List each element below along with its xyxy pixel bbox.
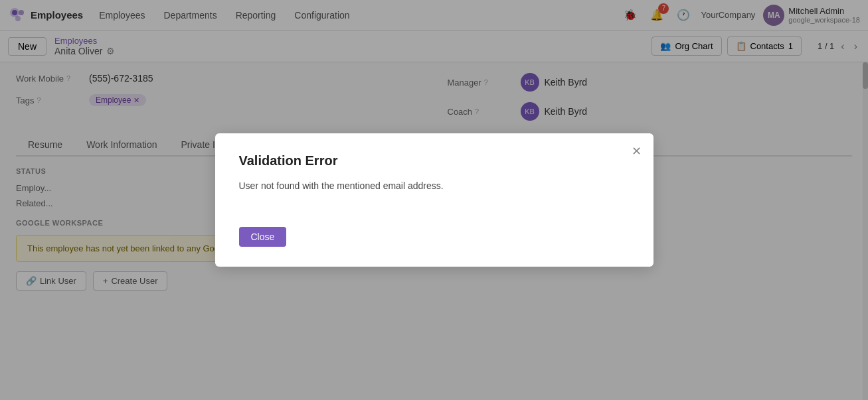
modal-footer: Close (239, 227, 630, 247)
modal-title: Validation Error (239, 153, 630, 168)
modal-close-button[interactable]: Close (239, 227, 287, 247)
modal-overlay: Validation Error ✕ User not found with t… (0, 0, 868, 400)
modal-close-x-button[interactable]: ✕ (632, 144, 642, 159)
validation-error-modal: Validation Error ✕ User not found with t… (215, 133, 653, 267)
modal-message: User not found with the mentioned email … (239, 180, 444, 191)
modal-body: User not found with the mentioned email … (239, 180, 630, 207)
